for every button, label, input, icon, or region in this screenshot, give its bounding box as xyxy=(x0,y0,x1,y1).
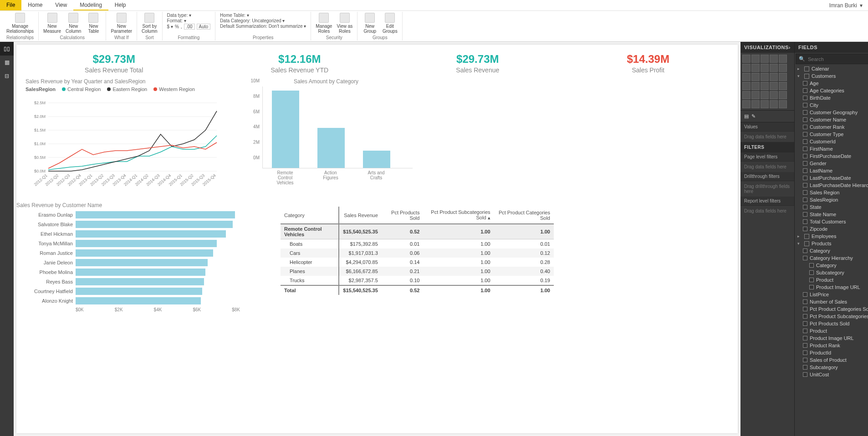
field-checkbox[interactable] xyxy=(803,139,807,144)
viz-type-icon[interactable] xyxy=(751,55,760,63)
new-measure-button[interactable]: New Measure xyxy=(41,12,63,35)
hbar-row[interactable]: Ethel Hickman xyxy=(26,229,262,238)
field-checkbox[interactable] xyxy=(803,88,807,93)
viz-type-icon[interactable] xyxy=(751,82,760,90)
field-checkbox[interactable] xyxy=(809,285,814,289)
viz-type-icon[interactable] xyxy=(779,73,787,81)
viz-type-icon[interactable] xyxy=(742,55,751,63)
datacategory-dropdown[interactable]: ▾ xyxy=(282,18,285,23)
table-header[interactable]: Pct Products Sold xyxy=(382,207,424,224)
kpi-card-1[interactable]: $12.16M Sales Revenue YTD xyxy=(271,53,329,74)
field-checkbox[interactable] xyxy=(803,219,807,224)
field-node[interactable]: Sales Region xyxy=(795,189,868,196)
field-node[interactable]: Product xyxy=(795,276,868,284)
field-node[interactable]: FirstPurchaseDate xyxy=(795,152,868,160)
viz-type-icon[interactable] xyxy=(761,55,769,63)
field-checkbox[interactable] xyxy=(803,248,807,253)
format-dropdown[interactable]: ▾ xyxy=(184,18,186,23)
field-node[interactable]: CustomerId xyxy=(795,138,868,145)
field-checkbox[interactable] xyxy=(803,365,807,370)
viz-type-icon[interactable] xyxy=(761,64,769,72)
field-checkbox[interactable] xyxy=(803,292,807,297)
fields-well-icon[interactable]: ▤ xyxy=(744,113,749,119)
auto-decimals[interactable]: Auto xyxy=(197,24,211,30)
field-checkbox[interactable] xyxy=(803,329,807,333)
field-checkbox[interactable] xyxy=(803,161,807,166)
menu-file[interactable]: File xyxy=(0,0,21,10)
kpi-card-2[interactable]: $29.73M Sales Revenue xyxy=(456,53,499,74)
hbar-row[interactable]: Reyes Bass xyxy=(26,277,262,286)
viz-type-icon[interactable] xyxy=(770,91,778,99)
field-node[interactable]: Category xyxy=(795,262,868,269)
page-filters-dropzone[interactable]: Drag data fields here xyxy=(740,162,794,172)
field-node[interactable]: Product Rank xyxy=(795,342,868,349)
field-node[interactable]: SalesRegion xyxy=(795,196,868,203)
viz-type-icon[interactable] xyxy=(770,82,778,90)
table-header[interactable]: Pct Product Categories Sold xyxy=(494,207,554,224)
fields-search-input[interactable] xyxy=(808,56,868,62)
bar[interactable] xyxy=(317,128,345,168)
field-node[interactable]: Pct Products Sold xyxy=(795,320,868,327)
datatype-dropdown[interactable]: ▾ xyxy=(189,13,191,18)
menu-modeling[interactable]: Modeling xyxy=(73,0,108,10)
field-node[interactable]: Customer Name xyxy=(795,116,868,123)
viz-type-icon[interactable] xyxy=(770,64,778,72)
field-checkbox[interactable] xyxy=(803,103,807,107)
matrix-visual[interactable]: CategorySales RevenuePct Products SoldPc… xyxy=(281,202,554,312)
field-node[interactable]: BirthDate xyxy=(795,94,868,101)
table-node-Employees[interactable]: ▸ Employees xyxy=(795,233,868,240)
menu-help[interactable]: Help xyxy=(108,0,133,10)
new-table-button[interactable]: New Table xyxy=(84,12,103,35)
currency-button[interactable]: $ ▾ xyxy=(167,24,173,29)
user-label[interactable]: Imran Burki▾ xyxy=(824,0,868,10)
viz-type-icon[interactable] xyxy=(751,64,760,72)
table-header[interactable]: Sales Revenue xyxy=(339,207,381,224)
viz-type-icon[interactable] xyxy=(761,100,769,108)
menu-home[interactable]: Home xyxy=(21,0,49,10)
values-dropzone[interactable]: Drag data fields here xyxy=(740,132,794,142)
hbar-row[interactable]: Tonya McMillan xyxy=(26,239,262,248)
viz-type-icon[interactable] xyxy=(742,73,751,81)
field-checkbox[interactable] xyxy=(803,205,807,209)
viz-type-icon[interactable] xyxy=(779,64,787,72)
new-column-button[interactable]: New Column xyxy=(64,12,83,35)
fields-search[interactable]: 🔍 xyxy=(796,54,868,64)
comma-button[interactable]: , xyxy=(181,24,182,29)
field-checkbox[interactable] xyxy=(803,198,807,202)
field-node[interactable]: ProductId xyxy=(795,349,868,356)
field-node[interactable]: UnitCost xyxy=(795,371,868,378)
field-checkbox[interactable] xyxy=(803,183,807,188)
manage-roles-button[interactable]: Manage Roles xyxy=(314,12,334,35)
field-node[interactable]: Total Customers xyxy=(795,218,868,225)
field-node[interactable]: City xyxy=(795,101,868,109)
field-checkbox[interactable] xyxy=(803,307,807,311)
field-checkbox[interactable] xyxy=(803,299,807,304)
field-node[interactable]: Pct Product Subcategories... xyxy=(795,313,868,320)
percent-button[interactable]: % xyxy=(175,24,179,29)
field-checkbox[interactable] xyxy=(803,168,807,173)
field-node[interactable]: Age Categories xyxy=(795,87,868,94)
report-view-button[interactable]: ▯▯ xyxy=(0,42,14,56)
field-node[interactable]: Product xyxy=(795,327,868,335)
format-well-icon[interactable]: ✎ xyxy=(751,113,756,119)
field-checkbox[interactable] xyxy=(803,132,807,137)
field-checkbox[interactable] xyxy=(803,350,807,355)
report-filters-dropzone[interactable]: Drag data fields here xyxy=(740,206,794,216)
chevron-right-icon[interactable]: › xyxy=(789,45,791,50)
decimals-input[interactable]: .00 xyxy=(184,24,195,30)
field-node[interactable]: LastPurchaseDate Hierarchy xyxy=(795,182,868,189)
field-checkbox[interactable] xyxy=(803,96,807,100)
field-checkbox[interactable] xyxy=(803,227,807,231)
viz-type-icon[interactable] xyxy=(761,73,769,81)
bar[interactable] xyxy=(272,91,299,168)
table-header[interactable]: Pct Product Subcategories Sold ▴ xyxy=(423,207,494,224)
field-node[interactable]: Product Image URL xyxy=(795,284,868,291)
viz-type-icon[interactable] xyxy=(751,73,760,81)
field-checkbox[interactable] xyxy=(803,372,807,377)
hbar-row[interactable]: Phoebe Molina xyxy=(26,268,262,277)
viz-type-icon[interactable] xyxy=(742,82,751,90)
table-header[interactable]: Category xyxy=(281,207,339,224)
field-checkbox[interactable] xyxy=(803,314,807,319)
field-checkbox[interactable] xyxy=(803,125,807,129)
hbar-row[interactable]: Roman Justice xyxy=(26,248,262,258)
